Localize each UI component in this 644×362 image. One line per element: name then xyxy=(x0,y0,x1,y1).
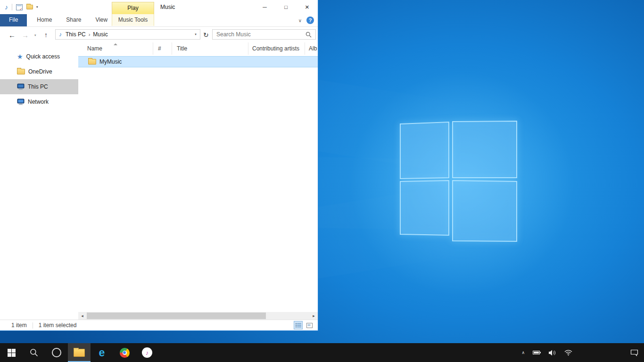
chrome-icon xyxy=(120,348,130,358)
column-header-number[interactable]: # xyxy=(153,42,172,55)
onedrive-folder-icon xyxy=(17,69,25,74)
start-button[interactable] xyxy=(0,343,23,362)
column-label: # xyxy=(158,45,161,52)
navigation-toolbar: ← → ▾ ↑ ♪ This PC › Music ▾ ↻ xyxy=(0,27,318,43)
show-hidden-icons-chevron-icon[interactable]: ∧ xyxy=(521,350,525,355)
maximize-button[interactable]: □ xyxy=(275,0,297,14)
internet-explorer-icon: e xyxy=(99,347,105,358)
breadcrumb-music[interactable]: Music xyxy=(92,31,108,38)
search-box xyxy=(212,29,316,40)
caption-buttons: ─ □ × xyxy=(254,0,318,14)
taskbar-internet-explorer-button[interactable]: e xyxy=(91,343,113,362)
column-label: Contributing artists xyxy=(252,45,299,52)
action-center-button[interactable] xyxy=(630,343,638,362)
expand-ribbon-chevron-icon[interactable]: ∨ xyxy=(298,18,302,23)
minimize-button[interactable]: ─ xyxy=(254,0,275,14)
music-note-icon: ♪ xyxy=(146,350,149,356)
star-icon: ★ xyxy=(17,53,23,60)
navigation-pane: ★ Quick access OneDrive This PC xyxy=(0,42,78,320)
wifi-icon[interactable] xyxy=(564,350,572,356)
network-icon xyxy=(17,99,25,105)
tab-home[interactable]: Home xyxy=(30,14,59,26)
cortana-button[interactable] xyxy=(45,343,68,362)
file-name: MyMusic xyxy=(99,58,122,65)
column-header-name[interactable]: Name xyxy=(78,42,153,55)
recent-locations-chevron-icon[interactable]: ▾ xyxy=(34,33,36,37)
qat-new-folder-icon[interactable] xyxy=(26,5,33,9)
details-view-icon xyxy=(296,323,301,328)
large-icons-view-button[interactable] xyxy=(305,321,314,329)
search-icon xyxy=(30,348,38,357)
status-bar: 1 item 1 item selected xyxy=(0,320,318,330)
column-header-title[interactable]: Title xyxy=(172,42,248,55)
tab-music-tools[interactable]: Music Tools xyxy=(112,14,154,26)
taskbar-file-explorer-button[interactable] xyxy=(68,343,91,362)
view-toggles xyxy=(294,321,314,329)
up-button[interactable]: ↑ xyxy=(44,32,48,38)
tab-file[interactable]: File xyxy=(0,14,27,26)
close-button[interactable]: × xyxy=(297,0,318,14)
taskbar-search-button[interactable] xyxy=(23,343,45,362)
divider xyxy=(33,322,33,329)
windows-logo-icon xyxy=(400,121,518,242)
tab-view[interactable]: View xyxy=(88,14,115,26)
system-tray: ∧ xyxy=(521,343,572,362)
forward-button: → xyxy=(22,32,29,39)
scroll-right-icon[interactable]: ▸ xyxy=(310,312,318,320)
sidebar-item-network[interactable]: Network xyxy=(0,94,78,109)
sidebar-item-label: OneDrive xyxy=(28,68,52,75)
help-icon[interactable]: ? xyxy=(306,16,314,24)
divider xyxy=(12,4,12,10)
cortana-circle-icon xyxy=(52,348,61,357)
scrollbar-thumb[interactable] xyxy=(87,313,266,319)
sidebar-item-label: Network xyxy=(28,99,49,105)
contextual-tab-play[interactable]: Play xyxy=(112,2,154,14)
sidebar-item-label: Quick access xyxy=(26,53,60,60)
column-header-album[interactable]: Alb xyxy=(305,42,318,55)
tab-share[interactable]: Share xyxy=(59,14,88,26)
details-view-button[interactable] xyxy=(294,321,303,329)
file-explorer-icon xyxy=(74,349,85,357)
action-center-icon xyxy=(630,349,638,356)
file-explorer-window: ♪ ▾ Play Music ─ □ × File Home Share Vie… xyxy=(0,0,318,331)
main-area: ★ Quick access OneDrive This PC xyxy=(0,42,318,320)
column-header-contributing-artists[interactable]: Contributing artists xyxy=(248,42,305,55)
music-note-icon: ♪ xyxy=(59,31,62,38)
address-dropdown-chevron-icon[interactable]: ▾ xyxy=(191,33,200,36)
scroll-left-icon[interactable]: ◂ xyxy=(78,312,86,320)
folder-icon xyxy=(88,59,96,65)
taskbar: e ♪ ∧ xyxy=(0,343,644,362)
large-icons-view-icon xyxy=(306,323,313,328)
qat-customize-chevron-icon[interactable]: ▾ xyxy=(36,5,38,9)
back-button[interactable]: ← xyxy=(8,32,16,39)
column-label: Alb xyxy=(309,45,317,52)
sidebar-item-quick-access[interactable]: ★ Quick access xyxy=(0,49,78,64)
taskbar-chrome-button[interactable] xyxy=(113,343,136,362)
qat-properties-icon[interactable] xyxy=(16,4,23,10)
music-app-icon: ♪ xyxy=(142,347,152,358)
titlebar[interactable]: ♪ ▾ Play Music ─ □ × xyxy=(0,0,318,14)
sidebar-item-this-pc[interactable]: This PC xyxy=(0,79,78,94)
horizontal-scrollbar[interactable]: ◂ ▸ xyxy=(78,312,318,320)
refresh-icon[interactable]: ↻ xyxy=(203,31,209,39)
breadcrumb-this-pc[interactable]: This PC xyxy=(65,31,87,38)
column-headers: Name # Title Contributing artists Alb xyxy=(78,42,318,55)
file-row-mymusic[interactable]: MyMusic xyxy=(78,56,318,67)
volume-icon[interactable] xyxy=(549,350,556,356)
computer-icon xyxy=(17,83,25,90)
sidebar-item-label: This PC xyxy=(28,83,48,90)
file-list: Name # Title Contributing artists Alb My… xyxy=(78,42,318,320)
ribbon-tab-row: File Home Share View Music Tools ∨ ? xyxy=(0,14,318,27)
sidebar-item-onedrive[interactable]: OneDrive xyxy=(0,64,78,79)
selection-count: 1 item selected xyxy=(39,322,77,329)
taskbar-music-app-button[interactable]: ♪ xyxy=(136,343,158,362)
column-label: Title xyxy=(177,45,187,52)
address-bar[interactable]: ♪ This PC › Music ▾ xyxy=(55,29,200,40)
search-input[interactable] xyxy=(213,31,305,38)
item-count: 1 item xyxy=(11,322,27,329)
windows-start-icon xyxy=(8,349,16,357)
breadcrumb-separator-icon[interactable]: › xyxy=(87,32,92,37)
battery-icon[interactable] xyxy=(533,350,541,355)
sort-ascending-icon xyxy=(114,43,117,45)
search-icon[interactable] xyxy=(305,32,312,38)
